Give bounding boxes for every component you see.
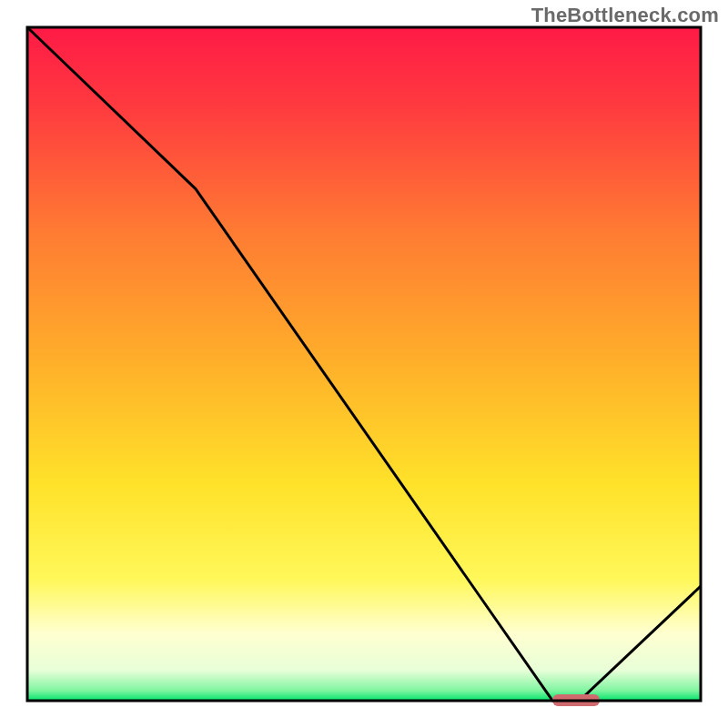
gradient-background bbox=[27, 27, 701, 701]
watermark-text: TheBottleneck.com bbox=[531, 4, 719, 27]
bottleneck-chart bbox=[0, 0, 728, 728]
chart-stage: TheBottleneck.com bbox=[0, 0, 728, 728]
